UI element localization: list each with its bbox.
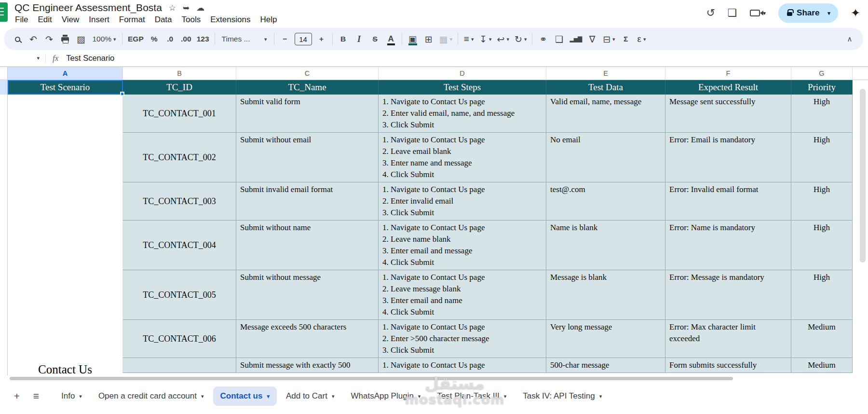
header-tc-name[interactable]: TC_Name (236, 80, 379, 95)
header-priority[interactable]: Priority (791, 80, 853, 95)
cell-test-data[interactable]: Very long message (546, 320, 665, 358)
sheet-tab[interactable]: Info ▾ (54, 386, 89, 406)
sheet-tab-caret-icon[interactable]: ▾ (267, 393, 270, 400)
sheet-tab[interactable]: Task IV: API Testing ▾ (515, 386, 609, 406)
meet-video-icon[interactable]: ▾ (750, 10, 766, 16)
header-test-data[interactable]: Test Data (546, 80, 665, 95)
cell-tc-id[interactable]: TC_CONTACT_004 (123, 221, 236, 270)
text-rotate-button[interactable]: ↻▾ (512, 31, 529, 47)
redo-icon[interactable]: ↷ (41, 31, 57, 47)
cell-tc-name[interactable]: Submit without email (236, 133, 379, 182)
cell-test-steps[interactable]: 1. Navigate to Contact Us page 2. Leave … (379, 270, 546, 320)
sheet-tab[interactable]: Open a credit card account ▾ (91, 386, 211, 406)
version-history-icon[interactable]: ↺ (706, 7, 715, 19)
cell-priority[interactable]: High (791, 133, 853, 182)
menu-item[interactable]: Tools (177, 14, 206, 26)
decrease-decimals-button[interactable]: .0 (163, 31, 178, 47)
italic-button[interactable]: I (352, 31, 367, 47)
functions-button[interactable]: Σ (618, 31, 634, 47)
cell-test-data[interactable]: No email (546, 133, 665, 182)
cell-expected-result[interactable]: Error: Message is mandatory (665, 270, 791, 320)
row-header-gutter[interactable] (0, 80, 8, 375)
add-sheet-icon[interactable]: + (8, 387, 26, 405)
vertical-align-button[interactable]: ↧▾ (477, 31, 494, 47)
cell-priority[interactable]: Medium (791, 358, 853, 373)
fill-color-button[interactable]: ▣ (405, 31, 420, 47)
cell-tc-name[interactable]: Submit valid form (236, 95, 379, 133)
increase-font-size-button[interactable]: + (314, 31, 329, 47)
sheet-tab-caret-icon[interactable]: ▾ (332, 393, 335, 400)
sheet-tab-caret-icon[interactable]: ▾ (79, 393, 82, 400)
cell-tc-id[interactable]: TC_CONTACT_002 (123, 133, 236, 182)
print-icon[interactable] (57, 31, 73, 47)
cell-test-steps[interactable]: 1. Navigate to Contact Us page (379, 358, 546, 373)
increase-decimals-button[interactable]: .00 (178, 31, 194, 47)
cell-tc-name[interactable]: Submit invalid email format (236, 182, 379, 221)
sheet-tab-caret-icon[interactable]: ▾ (418, 393, 421, 400)
insert-comment-button[interactable]: ❏ (551, 31, 567, 47)
horizontal-align-button[interactable]: ≡▾ (461, 31, 476, 47)
vertical-scrollbar[interactable] (860, 82, 866, 376)
column-header[interactable]: E (546, 67, 665, 80)
merge-cells-button[interactable]: ▦▾ (437, 31, 455, 47)
currency-format-button[interactable]: EGP (125, 31, 146, 47)
cell-test-data[interactable]: test@.com (546, 182, 665, 221)
create-filter-button[interactable]: ∇ (584, 31, 600, 47)
cell-test-steps[interactable]: 1. Navigate to Contact Us page 2. Leave … (379, 221, 546, 270)
cell-priority[interactable]: High (791, 270, 853, 320)
cell-expected-result[interactable]: Form submits successfully (665, 358, 791, 373)
move-folder-icon[interactable]: ➥ (183, 3, 190, 13)
sheet-tab-caret-icon[interactable]: ▾ (504, 393, 507, 400)
column-header[interactable]: G (791, 67, 853, 80)
cell-expected-result[interactable]: Error: Name is mandatory (665, 221, 791, 270)
gemini-sparkle-icon[interactable]: ✦ (851, 6, 860, 20)
cell-tc-id[interactable]: TC_CONTACT_001 (123, 95, 236, 133)
font-size-input[interactable]: 14 (295, 33, 312, 45)
borders-button[interactable]: ⊞ (421, 31, 436, 47)
horizontal-scrollbar-thumb[interactable] (10, 377, 733, 380)
all-sheets-icon[interactable]: ≡ (27, 387, 45, 405)
cell-test-steps[interactable]: 1. Navigate to Contact Us page 2. Enter … (379, 182, 546, 221)
comments-icon[interactable]: ❏ (728, 7, 737, 19)
column-header[interactable]: D (379, 67, 546, 80)
name-box[interactable]: ▾ (5, 55, 45, 61)
cell-test-steps[interactable]: 1. Navigate to Contact Us page 2. Leave … (379, 133, 546, 182)
menu-item[interactable]: Data (150, 14, 177, 26)
share-button[interactable]: Share ▾ (778, 3, 838, 23)
filter-views-button[interactable]: ⊟▾ (600, 31, 617, 47)
header-expected-result[interactable]: Expected Result (665, 80, 791, 95)
share-dropdown-caret[interactable]: ▾ (824, 10, 834, 16)
header-test-steps[interactable]: Test Steps (379, 80, 546, 95)
sheet-tab-caret-icon[interactable]: ▾ (599, 393, 602, 400)
text-wrap-button[interactable]: ↩▾ (495, 31, 512, 47)
cell-expected-result[interactable]: Error: Email is mandatory (665, 133, 791, 182)
toolbar-collapse-icon[interactable]: ∧ (842, 31, 857, 47)
sheet-tab[interactable]: Add to Cart ▾ (279, 386, 342, 406)
zoom-select[interactable]: 100%▾ (89, 31, 119, 47)
cell-tc-id[interactable] (123, 358, 236, 373)
cell-priority[interactable]: Medium (791, 320, 853, 358)
column-header[interactable]: C (236, 67, 379, 80)
select-all-corner[interactable] (0, 67, 8, 80)
column-header[interactable]: A (8, 67, 123, 80)
cell-tc-name[interactable]: Submit without name (236, 221, 379, 270)
decrease-font-size-button[interactable]: − (277, 31, 293, 47)
star-icon[interactable]: ☆ (169, 3, 176, 13)
column-header[interactable]: B (123, 67, 236, 80)
font-select[interactable]: Times ...▾ (218, 31, 271, 47)
horizontal-scrollbar[interactable] (0, 375, 868, 381)
sheet-tab[interactable]: Test Plan-Task III ▾ (430, 386, 514, 406)
cell-expected-result[interactable]: Error: Max character limit exceeded (665, 320, 791, 358)
menu-item[interactable]: Extensions (205, 14, 255, 26)
video-dropdown-caret[interactable]: ▾ (763, 10, 766, 16)
cell-test-steps[interactable]: 1. Navigate to Contact Us page 2. Enter … (379, 95, 546, 133)
paint-format-icon[interactable]: ▨ (73, 31, 89, 47)
cell-tc-name[interactable]: Message exceeds 500 characters (236, 320, 379, 358)
row-1-header[interactable] (0, 80, 7, 95)
menu-item[interactable]: Insert (84, 14, 114, 26)
cell-tc-id[interactable]: TC_CONTACT_003 (123, 182, 236, 221)
cell-test-data[interactable]: Name is blank (546, 221, 665, 270)
insert-chart-button[interactable]: ▂▅▇ (567, 31, 584, 47)
cell-test-data[interactable]: Valid email, name, message (546, 95, 665, 133)
cell-test-data[interactable]: Message is blank (546, 270, 665, 320)
